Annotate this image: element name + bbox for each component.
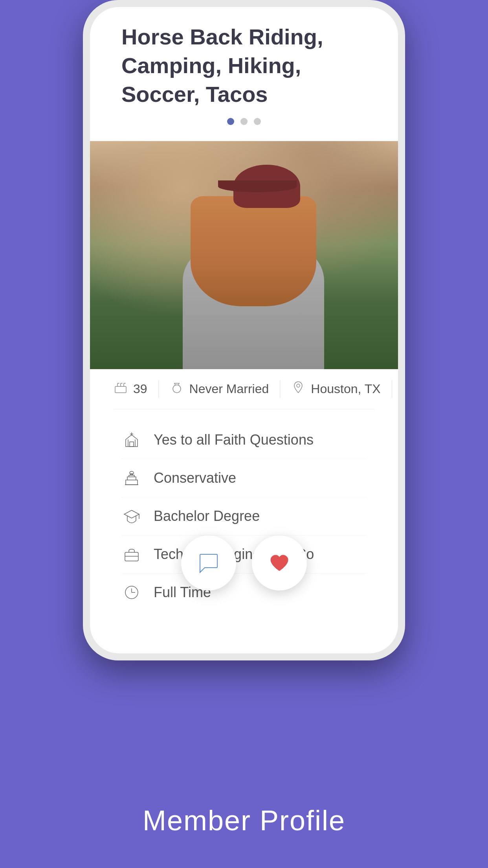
stat-marital: Never Married [159,380,281,398]
svg-rect-18 [125,552,138,561]
dot-3 [254,118,261,125]
phone-screen: Horse Back Riding, Camping, Hiking, Socc… [90,7,398,653]
info-faith-text: Yes to all Faith Questions [154,432,314,448]
svg-point-5 [297,384,300,387]
graduation-icon [121,506,142,526]
svg-rect-11 [130,442,134,447]
person-hair [191,196,316,306]
dot-2 [240,118,248,125]
stats-bar: 39 Never Married [114,369,374,409]
like-button[interactable] [252,535,307,590]
page-title: Member Profile [143,805,345,836]
hobbies-section: Horse Back Riding, Camping, Hiking, Socc… [90,7,398,141]
svg-point-14 [130,471,134,474]
svg-rect-0 [115,386,126,393]
info-education-text: Bachelor Degree [154,508,260,524]
cap-brim [218,180,297,192]
dot-1 [227,118,234,125]
person-figure [159,165,348,369]
info-politics: Conservative [121,459,367,497]
capitol-icon [121,468,142,488]
briefcase-icon [121,544,142,565]
stat-age: 39 [114,380,159,398]
profile-details: 39 Never Married [90,369,398,639]
church-icon [121,430,142,450]
ring-icon [170,380,184,398]
svg-marker-16 [124,510,139,518]
clock-icon [121,582,142,603]
bottom-label: Member Profile [0,804,488,837]
svg-point-4 [173,385,181,393]
stat-height [392,380,398,398]
info-faith: Yes to all Faith Questions [121,421,367,459]
cake-icon [114,380,128,398]
stat-location: Houston, TX [280,380,392,398]
hobbies-title: Horse Back Riding, Camping, Hiking, Socc… [121,23,367,108]
info-list: Yes to all Faith Questions Conser [90,409,398,623]
message-button[interactable] [181,535,236,590]
profile-photo [90,141,398,369]
phone-frame: Horse Back Riding, Camping, Hiking, Socc… [83,0,405,660]
stat-location-value: Houston, TX [311,382,380,396]
page-dots [121,118,367,125]
location-icon [291,380,305,398]
info-education: Bachelor Degree [121,497,367,535]
action-buttons [181,535,307,590]
stat-marital-value: Never Married [189,382,269,396]
info-politics-text: Conservative [154,470,236,486]
stat-age-value: 39 [133,382,147,396]
